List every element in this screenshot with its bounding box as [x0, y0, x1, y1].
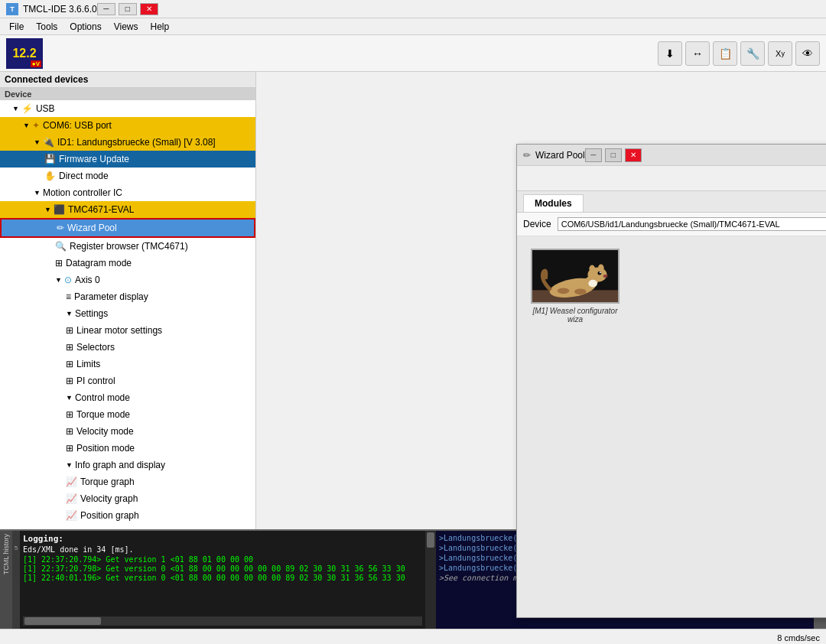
- expand-arrow-usb: ▼: [12, 102, 19, 115]
- window-controls[interactable]: ─ □ ✕: [97, 3, 158, 15]
- app-icon: T: [6, 3, 18, 15]
- tcml-label: TCML history: [2, 534, 10, 574]
- expand-arrow-com6: ▼: [23, 119, 30, 132]
- menu-file[interactable]: File: [3, 20, 30, 34]
- wizard-minimize[interactable]: ─: [585, 148, 602, 162]
- pi-icon: ⊞: [66, 374, 73, 388]
- close-button[interactable]: ✕: [140, 3, 158, 15]
- wizard-card-label: [M1] Weasel configurator wiza: [529, 307, 621, 324]
- expand-arrow-info: ▼: [66, 458, 73, 472]
- expand-arrow-tmc: ▼: [44, 203, 51, 216]
- tree-velocity-graph[interactable]: 📈 Velocity graph: [0, 490, 255, 507]
- tree-firmware-label: Firmware Update: [59, 152, 129, 166]
- lm-icon: ⊞: [66, 324, 73, 337]
- wizard-close[interactable]: ✕: [625, 148, 642, 162]
- tree-id1[interactable]: ▼ 🔌 ID1: Landungsbruecke (Small) [V 3.08…: [0, 134, 255, 151]
- wizard-restore[interactable]: □: [605, 148, 622, 162]
- log-line-2: [1] 22:37:20.798> Get version 0 <01 88 0…: [23, 564, 422, 573]
- line-num-5: 5: [15, 545, 18, 551]
- tree-pi-control[interactable]: ⊞ PI control: [0, 372, 255, 389]
- tree-selectors-label: Selectors: [76, 340, 115, 354]
- tree-torque-graph[interactable]: 📈 Torque graph: [0, 473, 255, 490]
- register-icon: 🔍: [55, 239, 67, 253]
- line-numbers: 5: [12, 531, 20, 629]
- tree-axis0[interactable]: ▼ ⊙ Axis 0: [0, 272, 255, 288]
- tree-settings[interactable]: ▼ Settings: [0, 305, 255, 322]
- tree-position-graph[interactable]: 📈 Position graph: [0, 507, 255, 524]
- svg-point-5: [588, 280, 597, 288]
- tree-com6-label: COM6: USB port: [43, 119, 112, 132]
- tree-tmc-label: TMC4671-EVAL: [68, 203, 134, 216]
- tree-info-label: Info graph and display: [75, 458, 165, 472]
- tree-torque-mode-label: Torque mode: [76, 408, 130, 421]
- tree-motion-controller[interactable]: ▼ Motion controller IC: [0, 184, 255, 201]
- tree-usb-label: USB: [36, 102, 55, 115]
- tree-wizard-pool[interactable]: ✏ Wizard Pool: [0, 218, 255, 238]
- tree-torque-mode[interactable]: ⊞ Torque mode: [0, 406, 255, 423]
- wizard-icon: ✏: [57, 221, 64, 235]
- download-button[interactable]: ⬇: [658, 41, 682, 66]
- wizard-device-dropdown[interactable]: COM6/USB/id1/Landungsbruecke (Small)/TMC…: [558, 217, 826, 231]
- volt-indicator: ●V: [31, 60, 41, 67]
- hscroll-thumb[interactable]: [24, 617, 101, 625]
- tree-position-mode[interactable]: ⊞ Position mode: [0, 440, 255, 457]
- tree-param-display[interactable]: ≡ Parameter display: [0, 288, 255, 305]
- tree-com6[interactable]: ▼ ✦ COM6: USB port: [0, 117, 255, 134]
- svg-point-6: [589, 265, 595, 273]
- tree-settings-label: Settings: [75, 307, 108, 320]
- tree-datagram-label: Datagram mode: [66, 256, 132, 270]
- svg-point-12: [574, 288, 586, 294]
- svg-point-10: [603, 275, 608, 278]
- vscroll-thumb[interactable]: [427, 532, 434, 548]
- usb-icon: ⚡: [21, 102, 33, 115]
- expand-arrow-axis: ▼: [55, 273, 62, 287]
- log-line-0: Eds/XML done in 34 [ms].: [23, 545, 422, 554]
- tree-limits[interactable]: ⊞ Limits: [0, 356, 255, 372]
- wizard-card-weasel[interactable]: [M1] Weasel configurator wiza: [529, 249, 621, 324]
- hscrollbar[interactable]: [23, 616, 422, 626]
- tree-selectors[interactable]: ⊞ Selectors: [0, 339, 255, 356]
- wizard-card-image: [531, 249, 620, 304]
- log-title: Logging:: [23, 534, 422, 544]
- menu-options[interactable]: Options: [63, 20, 107, 34]
- wizard-window-controls[interactable]: ─ □ ✕: [585, 148, 642, 162]
- eye-button[interactable]: 👁: [795, 41, 820, 66]
- tree-firmware[interactable]: 💾 Firmware Update: [0, 151, 255, 168]
- chip-icon: ⬛: [54, 203, 65, 216]
- tree-velocity-mode[interactable]: ⊞ Velocity mode: [0, 423, 255, 440]
- datagram-icon: ⊞: [55, 256, 63, 270]
- minimize-button[interactable]: ─: [97, 3, 115, 15]
- wizard-titlebar: ✏ Wizard Pool ─ □ ✕: [517, 145, 826, 166]
- file-button[interactable]: 📋: [713, 41, 737, 66]
- expand-arrow-id1: ▼: [34, 135, 41, 149]
- svg-point-9: [600, 272, 601, 273]
- tree-tmc4671[interactable]: ▼ ⬛ TMC4671-EVAL: [0, 201, 255, 218]
- titlebar: T TMCL-IDE 3.6.6.0 ─ □ ✕: [0, 0, 826, 18]
- tree-usb[interactable]: ▼ ⚡ USB: [0, 100, 255, 117]
- expand-arrow-ctrl: ▼: [66, 391, 73, 405]
- menu-help[interactable]: Help: [145, 20, 176, 34]
- tree-info-graph[interactable]: ▼ Info graph and display: [0, 457, 255, 473]
- tree-direct-mode[interactable]: ✋ Direct mode: [0, 168, 255, 184]
- wizard-device-row: Device COM6/USB/id1/Landungsbruecke (Sma…: [517, 213, 826, 236]
- device-icon: 🔌: [43, 135, 54, 149]
- tab-modules[interactable]: Modules: [523, 194, 584, 212]
- tree-datagram[interactable]: ⊞ Datagram mode: [0, 255, 255, 272]
- wizard-dialog: ✏ Wizard Pool ─ □ ✕ Select your module a…: [516, 144, 826, 618]
- menu-tools[interactable]: Tools: [30, 20, 63, 34]
- tree-position-graph-label: Position graph: [80, 509, 139, 522]
- xy-button[interactable]: Xy: [768, 41, 792, 66]
- wizard-title-icon: ✏: [523, 150, 531, 161]
- connection-button[interactable]: ↔: [685, 41, 710, 66]
- vscrollbar-log[interactable]: [425, 531, 436, 629]
- tree-control-mode[interactable]: ▼ Control mode: [0, 389, 255, 406]
- wrench-button[interactable]: 🔧: [740, 41, 765, 66]
- tree-register-label: Register browser (TMC4671): [70, 239, 188, 253]
- right-area: ✏ Wizard Pool ─ □ ✕ Select your module a…: [256, 72, 826, 529]
- velocity-graph-icon: 📈: [66, 492, 77, 506]
- tree-register-browser[interactable]: 🔍 Register browser (TMC4671): [0, 238, 255, 255]
- restore-button[interactable]: □: [119, 3, 137, 15]
- menu-views[interactable]: Views: [108, 20, 145, 34]
- torque-graph-icon: 📈: [66, 475, 77, 489]
- tree-linear-motor[interactable]: ⊞ Linear motor settings: [0, 322, 255, 339]
